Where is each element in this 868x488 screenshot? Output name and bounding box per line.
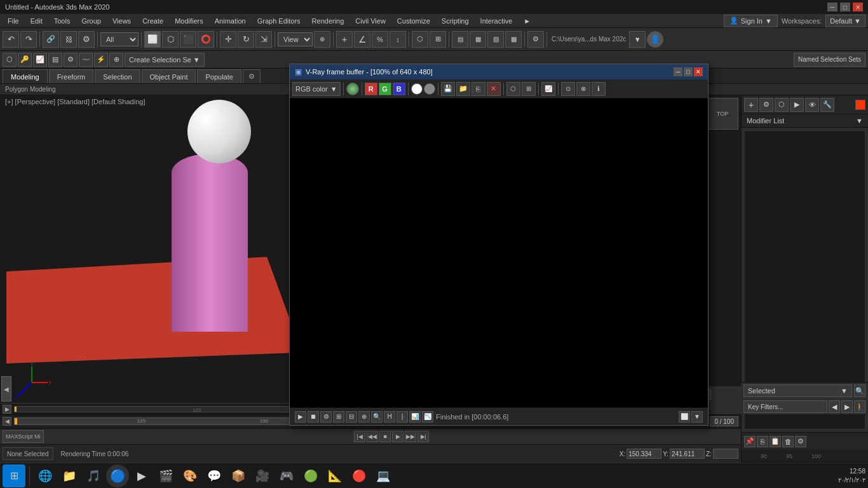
- vray-open-btn[interactable]: 📁: [456, 82, 470, 96]
- ribbon-button-2[interactable]: ▧: [487, 31, 504, 48]
- vray-window-controls[interactable]: ─ □ ✕: [674, 67, 703, 76]
- vray-status-icon5[interactable]: ⊟: [346, 411, 357, 423]
- rp-copy-button[interactable]: ⎘: [757, 436, 768, 447]
- select-object-button[interactable]: ⬜: [144, 31, 161, 48]
- taskbar-explorer[interactable]: 📁: [58, 464, 81, 487]
- view-nav-left[interactable]: ◀: [1, 376, 11, 402]
- menu-scripting[interactable]: Scripting: [437, 16, 474, 26]
- taskbar-ae[interactable]: 🎬: [154, 464, 177, 487]
- stop-button[interactable]: ■: [379, 431, 391, 442]
- taskbar-game[interactable]: 🎮: [275, 464, 298, 487]
- curve-editor-btn[interactable]: 📈: [33, 53, 47, 67]
- vray-color-mode-dropdown[interactable]: RGB color ▼: [292, 82, 341, 96]
- tab-settings-icon[interactable]: ⚙: [243, 69, 261, 83]
- vray-region-btn[interactable]: ⬡: [506, 82, 520, 96]
- angle-snap-toggle[interactable]: ∠: [354, 31, 370, 48]
- walk-mode-btn[interactable]: 🚶: [854, 400, 865, 413]
- pivot-button[interactable]: ⊕: [314, 31, 330, 48]
- y-input[interactable]: [670, 449, 705, 459]
- rp-pin-button[interactable]: 📌: [744, 436, 756, 447]
- color-swatch[interactable]: [855, 100, 865, 110]
- taskbar-laptop[interactable]: 💻: [372, 464, 395, 487]
- prev-key-button[interactable]: ◀: [3, 417, 11, 426]
- param-editor-btn[interactable]: ⚙: [64, 53, 78, 67]
- maximize-button[interactable]: □: [840, 3, 850, 11]
- rp-delete-button[interactable]: 🗑: [782, 436, 794, 447]
- align-button[interactable]: ⊞: [430, 31, 446, 48]
- vray-r-channel[interactable]: R: [365, 83, 377, 95]
- named-selection-sets-btn[interactable]: Named Selection Sets: [794, 53, 865, 67]
- workspace-dropdown[interactable]: Default ▼: [825, 15, 865, 27]
- z-input[interactable]: [713, 449, 738, 459]
- next-frame-anim-button[interactable]: ▶▶: [405, 431, 416, 442]
- wire-params-btn[interactable]: ⚡: [94, 53, 108, 67]
- menu-graph-editors[interactable]: Graph Editors: [252, 16, 306, 26]
- menu-interactive[interactable]: Interactive: [475, 16, 518, 26]
- redo-button[interactable]: ↷: [20, 31, 37, 48]
- nav-cube[interactable]: TOP: [707, 98, 738, 130]
- motion-paths-btn[interactable]: 〰: [79, 53, 93, 67]
- vray-status-icon6[interactable]: ⊕: [358, 411, 370, 423]
- x-input[interactable]: [627, 449, 661, 459]
- taskbar-whatsapp[interactable]: 💬: [203, 464, 226, 487]
- prev-frame-button[interactable]: ◀◀: [367, 431, 378, 442]
- taskbar-mpc[interactable]: 🎥: [251, 464, 274, 487]
- go-start-button[interactable]: |◀: [354, 431, 365, 442]
- vray-copy-btn[interactable]: ⎘: [471, 82, 485, 96]
- percent-snap-toggle[interactable]: %: [372, 31, 388, 48]
- taskbar-3dsmax[interactable]: 📐: [323, 464, 346, 487]
- tab-selection[interactable]: Selection: [95, 69, 140, 83]
- vray-status-icon11[interactable]: 📉: [422, 411, 433, 423]
- taskbar-red[interactable]: 🔴: [348, 464, 370, 487]
- tab-modeling[interactable]: Modeling: [3, 69, 48, 83]
- selection-filter-dropdown[interactable]: All: [100, 32, 139, 46]
- key-nav-left[interactable]: ◀: [829, 400, 840, 413]
- undo-button[interactable]: ↶: [3, 31, 19, 48]
- tab-object-paint[interactable]: Object Paint: [142, 69, 196, 83]
- mirror-button[interactable]: ⬡: [412, 31, 428, 48]
- vray-colormap-btn[interactable]: 📈: [541, 82, 555, 96]
- menu-rendering[interactable]: Rendering: [307, 16, 349, 26]
- rp-motion-btn[interactable]: ▶: [790, 98, 804, 112]
- link-button[interactable]: 🔗: [43, 31, 59, 48]
- vray-white-btn[interactable]: [411, 83, 423, 95]
- taskbar-zip[interactable]: 📦: [227, 464, 250, 487]
- tab-freeform[interactable]: Freeform: [49, 69, 94, 83]
- maxscript-mini[interactable]: MAXScript Mi: [3, 430, 44, 443]
- render-setup-button[interactable]: ⚙: [527, 31, 544, 48]
- vray-gray-btn[interactable]: [424, 83, 435, 95]
- graph-editor-btn[interactable]: ⬡: [3, 53, 17, 67]
- vray-minimize-btn[interactable]: ─: [674, 67, 682, 76]
- vray-info-btn[interactable]: ℹ: [592, 82, 606, 96]
- close-button[interactable]: ✕: [853, 3, 863, 11]
- rp-config-button[interactable]: ⚙: [795, 436, 806, 447]
- vray-g-channel[interactable]: G: [379, 83, 391, 95]
- minimize-button[interactable]: ─: [827, 3, 837, 11]
- reaction-mgr-btn[interactable]: ⊕: [109, 53, 123, 67]
- menu-file[interactable]: File: [3, 16, 24, 26]
- ribbon-button-1[interactable]: ▦: [470, 31, 486, 48]
- vray-status-icon8[interactable]: H: [384, 411, 395, 423]
- vray-status-icon10[interactable]: 📊: [409, 411, 421, 423]
- menu-modifiers[interactable]: Modifiers: [170, 16, 208, 26]
- taskbar-media[interactable]: 🎵: [82, 464, 105, 487]
- rp-utilities-btn[interactable]: 🔧: [820, 98, 834, 112]
- vray-lens-btn[interactable]: ⊙: [561, 82, 575, 96]
- vray-status-icon1[interactable]: ▶: [295, 411, 306, 423]
- select-rotate-button[interactable]: ↻: [238, 31, 254, 48]
- reference-coord-dropdown[interactable]: View: [278, 32, 313, 46]
- modifier-list-arrow[interactable]: ▼: [856, 117, 863, 125]
- start-button[interactable]: ⊞: [3, 464, 25, 487]
- rp-display-btn[interactable]: 👁: [805, 98, 819, 112]
- key-filters-btn[interactable]: Key Filters...: [743, 400, 827, 413]
- layer-manager-button[interactable]: ▤: [452, 31, 468, 48]
- selected-dropdown[interactable]: Selected ▼: [743, 384, 852, 397]
- vray-status-icon2[interactable]: ⏹: [308, 411, 319, 423]
- title-bar-controls[interactable]: ─ □ ✕: [827, 3, 863, 11]
- path-browse-button[interactable]: ▼: [629, 31, 646, 48]
- taskbar-ps[interactable]: 🎨: [179, 464, 201, 487]
- vray-track-btn[interactable]: ⊞: [522, 82, 536, 96]
- rp-modify-btn[interactable]: ⚙: [759, 98, 773, 112]
- spinner-snap-toggle[interactable]: ↕: [390, 31, 406, 48]
- dope-sheet-btn[interactable]: ▤: [48, 53, 62, 67]
